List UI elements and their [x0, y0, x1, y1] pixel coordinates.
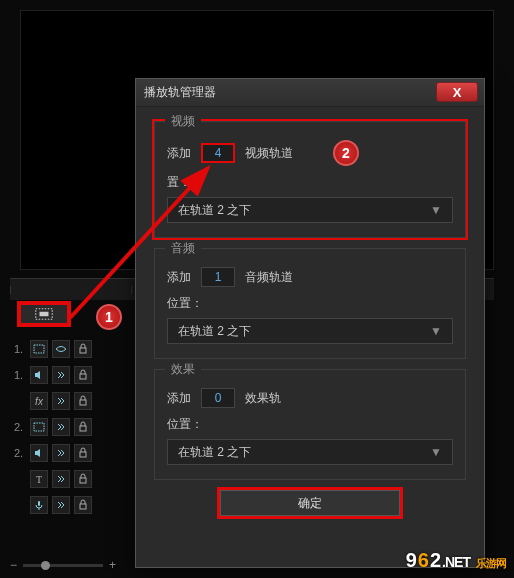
section-title: 视频 — [165, 113, 201, 130]
lock-icon[interactable] — [74, 340, 92, 358]
track-row[interactable]: 1. — [10, 362, 130, 388]
voice-track-icon — [30, 496, 48, 514]
svg-rect-11 — [38, 501, 40, 506]
select-value: 在轨道 2 之下 — [178, 202, 251, 219]
svg-rect-5 — [80, 374, 86, 379]
close-button[interactable]: X — [436, 82, 478, 102]
add-label: 添加 — [167, 390, 191, 407]
video-track-count-input[interactable]: 4 — [201, 143, 235, 163]
ok-button[interactable]: 确定 — [220, 490, 400, 516]
track-row[interactable] — [10, 492, 130, 518]
track-row[interactable]: T — [10, 466, 130, 492]
svg-rect-1 — [40, 312, 49, 317]
track-number: 1. — [14, 343, 26, 355]
position-label: 置： — [167, 174, 453, 191]
track-list: 1. 1. fx 2. 2. T — [10, 336, 130, 518]
audio-track-icon — [30, 366, 48, 384]
add-suffix: 视频轨道 — [245, 145, 293, 162]
section-title: 音频 — [165, 240, 201, 257]
zoom-out-icon[interactable]: − — [10, 558, 17, 572]
add-suffix: 效果轨 — [245, 390, 281, 407]
track-row[interactable]: fx — [10, 388, 130, 414]
svg-rect-9 — [80, 452, 86, 457]
track-manager-dialog: 播放轨管理器 X 视频 添加 4 视频轨道 2 置： 在轨道 2 之下 ▼ 音频 — [135, 78, 485, 568]
position-label: 位置： — [167, 295, 453, 312]
visibility-icon[interactable] — [52, 366, 70, 384]
video-track-icon — [30, 340, 48, 358]
add-label: 添加 — [167, 269, 191, 286]
audio-section: 音频 添加 1 音频轨道 位置： 在轨道 2 之下 ▼ — [154, 248, 466, 359]
video-position-select[interactable]: 在轨道 2 之下 ▼ — [167, 197, 453, 223]
visibility-icon[interactable] — [52, 470, 70, 488]
add-suffix: 音频轨道 — [245, 269, 293, 286]
visibility-icon[interactable] — [52, 418, 70, 436]
zoom-control[interactable]: − + — [10, 558, 116, 572]
annotation-2: 2 — [333, 140, 359, 166]
add-label: 添加 — [167, 145, 191, 162]
svg-rect-12 — [80, 504, 86, 509]
track-row[interactable]: 2. — [10, 414, 130, 440]
fx-track-icon: fx — [30, 392, 48, 410]
zoom-in-icon[interactable]: + — [109, 558, 116, 572]
lock-icon[interactable] — [74, 418, 92, 436]
lock-icon[interactable] — [74, 444, 92, 462]
audio-track-icon — [30, 444, 48, 462]
annotation-1: 1 — [96, 304, 122, 330]
visibility-icon[interactable] — [52, 444, 70, 462]
track-manager-button[interactable] — [18, 302, 70, 326]
select-value: 在轨道 2 之下 — [178, 444, 251, 461]
track-number: 2. — [14, 421, 26, 433]
select-value: 在轨道 2 之下 — [178, 323, 251, 340]
chevron-down-icon: ▼ — [430, 445, 442, 459]
svg-rect-7 — [34, 423, 44, 431]
track-number: 2. — [14, 447, 26, 459]
svg-rect-3 — [34, 345, 44, 353]
section-title: 效果 — [165, 361, 201, 378]
fx-position-select[interactable]: 在轨道 2 之下 ▼ — [167, 439, 453, 465]
position-label: 位置： — [167, 416, 453, 433]
lock-icon[interactable] — [74, 366, 92, 384]
svg-rect-10 — [80, 478, 86, 483]
title-track-icon: T — [30, 470, 48, 488]
fx-section: 效果 添加 0 效果轨 位置： 在轨道 2 之下 ▼ — [154, 369, 466, 480]
video-track-icon — [30, 418, 48, 436]
audio-track-count-input[interactable]: 1 — [201, 267, 235, 287]
lock-icon[interactable] — [74, 470, 92, 488]
svg-rect-8 — [80, 426, 86, 431]
track-number: 1. — [14, 369, 26, 381]
track-row[interactable]: 1. — [10, 336, 130, 362]
svg-rect-6 — [80, 400, 86, 405]
chevron-down-icon: ▼ — [430, 324, 442, 338]
dialog-title: 播放轨管理器 — [144, 84, 216, 101]
fx-track-count-input[interactable]: 0 — [201, 388, 235, 408]
video-section: 视频 添加 4 视频轨道 2 置： 在轨道 2 之下 ▼ — [154, 121, 466, 238]
visibility-icon[interactable] — [52, 392, 70, 410]
svg-rect-4 — [80, 348, 86, 353]
watermark: 9 6 2 .NET 乐游网 — [406, 549, 506, 572]
visibility-icon[interactable] — [52, 496, 70, 514]
lock-icon[interactable] — [74, 496, 92, 514]
chevron-down-icon: ▼ — [430, 203, 442, 217]
visibility-icon[interactable] — [52, 340, 70, 358]
lock-icon[interactable] — [74, 392, 92, 410]
zoom-slider[interactable] — [23, 564, 103, 567]
track-row[interactable]: 2. — [10, 440, 130, 466]
dialog-titlebar[interactable]: 播放轨管理器 X — [136, 79, 484, 107]
audio-position-select[interactable]: 在轨道 2 之下 ▼ — [167, 318, 453, 344]
